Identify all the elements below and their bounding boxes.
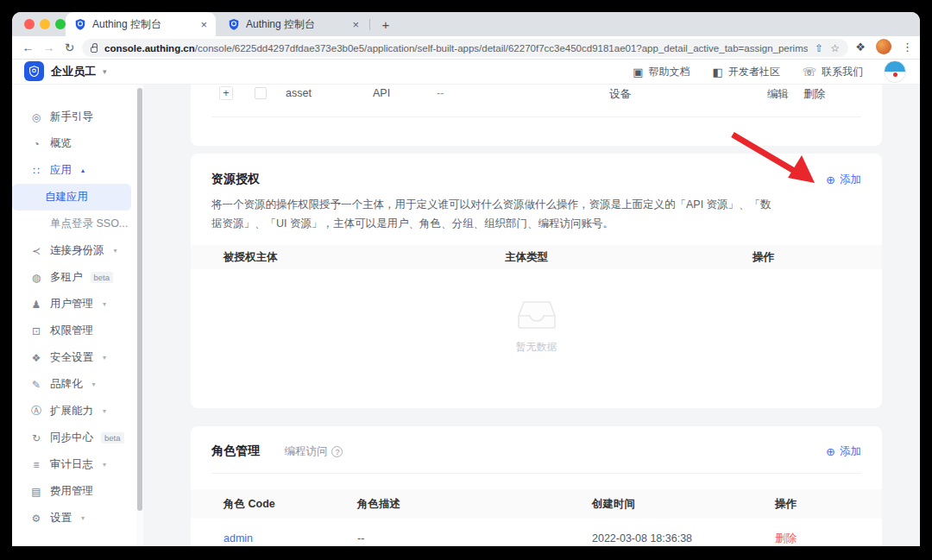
beta-badge: beta <box>101 432 124 444</box>
sidebar-item-overview[interactable]: ◔概览 <box>12 130 136 157</box>
tab-separator <box>369 19 370 30</box>
close-window-button[interactable] <box>24 19 35 29</box>
sidebar-item-user-management[interactable]: ♟用户管理▾ <box>12 291 136 318</box>
chevron-down-icon: ▾ <box>114 247 117 255</box>
main-content: + asset API -- 设备 编辑 删除 资源授权 将一个资源的操作权限授… <box>143 85 920 546</box>
users-icon: ♟ <box>30 299 42 311</box>
gear-icon: ⚙ <box>30 513 42 525</box>
column-header: 创建时间 <box>592 497 775 512</box>
sidebar-item-branding[interactable]: ✎品牌化▾ <box>12 371 136 398</box>
apps-grid-icon: ∷ <box>30 165 42 177</box>
reload-button[interactable]: ↻ <box>60 39 79 57</box>
help-docs-link[interactable]: ▣帮助文档 <box>633 65 690 79</box>
chevron-down-icon: ▾ <box>103 461 106 469</box>
browser-tab-inactive[interactable]: Authing 控制台 × <box>219 12 368 36</box>
tab-strip: Authing 控制台 × Authing 控制台 × + <box>12 12 920 36</box>
tab-close-icon[interactable]: × <box>352 18 359 31</box>
sidebar-item-label: 品牌化 <box>50 377 83 392</box>
lock-icon: ⊡ <box>30 325 42 337</box>
back-button[interactable]: ← <box>19 39 37 57</box>
delete-button[interactable]: 删除 <box>803 87 825 102</box>
new-tab-button[interactable]: + <box>376 16 395 35</box>
extensions-icon[interactable]: ❖ <box>855 41 866 53</box>
plus-circle-icon: ⊕ <box>826 173 835 186</box>
globe-icon: ◍ <box>30 272 42 284</box>
sidebar-item-label: 用户管理 <box>50 297 93 311</box>
sidebar-item-label: 概览 <box>50 136 72 151</box>
phone-icon: ☏ <box>803 66 816 79</box>
resource-type: API <box>373 87 390 99</box>
minimize-window-button[interactable] <box>40 19 50 29</box>
sidebar-item-identity-sources[interactable]: ≺连接身份源▾ <box>12 237 136 264</box>
share-icon[interactable]: ⇧ <box>815 42 823 54</box>
maximize-window-button[interactable] <box>55 19 66 29</box>
empty-inbox-icon <box>517 300 557 330</box>
contact-us-link[interactable]: ☏联系我们 <box>803 65 863 79</box>
sidebar-item-security[interactable]: ❖安全设置▾ <box>12 344 136 371</box>
browser-menu-icon[interactable]: ⋮ <box>902 41 913 53</box>
developer-community-link[interactable]: ◧开发者社区 <box>712 65 779 79</box>
url-domain: console.authing.cn <box>104 43 195 53</box>
sidebar-nav: ◎新手引导 ◔概览 ∷应用▴ 自建应用 单点登录 SSO... ≺连接身份源▾ … <box>12 85 136 546</box>
browser-toolbar: ← → ↻ console.authing.cn/console/6225dd4… <box>12 36 920 60</box>
help-question-icon[interactable]: ? <box>331 446 343 457</box>
tab-title: Authing 控制台 <box>246 17 346 32</box>
sidebar-item-sync-center[interactable]: ↻同步中心beta <box>12 425 136 451</box>
sidebar-item-billing[interactable]: ▤费用管理 <box>12 478 136 505</box>
column-header: 操作 <box>775 497 882 512</box>
sidebar-item-extensions[interactable]: Ⓐ扩展能力▾ <box>12 398 136 425</box>
resource-authorization-card: 资源授权 将一个资源的操作权限授予一个主体，用于定义谁可以对什么资源做什么操作，… <box>191 154 882 408</box>
sidebar-item-label: 多租户 <box>50 270 83 285</box>
share-nodes-icon: ≺ <box>30 245 42 257</box>
table-row: + asset API -- 设备 编辑 删除 <box>191 85 882 105</box>
chevron-down-icon: ▾ <box>103 354 106 362</box>
circle-a-icon: Ⓐ <box>30 404 42 418</box>
app-header: 企业员工 ▾ ▣帮助文档 ◧开发者社区 ☏联系我们 <box>12 60 920 85</box>
section-description: 将一个资源的操作权限授予一个主体，用于定义谁可以对什么资源做什么操作，资源是上面… <box>211 195 772 233</box>
sidebar-item-settings[interactable]: ⚙设置▾ <box>12 505 136 532</box>
sidebar-item-self-built-apps[interactable]: 自建应用 <box>12 184 131 211</box>
sidebar-item-guide[interactable]: ◎新手引导 <box>12 104 136 130</box>
role-created-time: 2022-03-08 18:36:38 <box>592 532 775 544</box>
add-button-label: 添加 <box>840 444 861 459</box>
role-management-card: 角色管理 编程访问 ? ⊕ 添加 角色 Code 角色描述 创建时间 操作 <box>191 426 882 546</box>
add-role-button[interactable]: ⊕ 添加 <box>826 444 861 459</box>
section-title: 资源授权 <box>211 172 260 187</box>
ssl-lock-icon <box>91 47 98 53</box>
forward-button[interactable]: → <box>40 39 58 57</box>
delete-role-button[interactable]: 删除 <box>775 532 797 544</box>
org-switcher[interactable]: 企业员工 ▾ <box>24 61 107 81</box>
resource-tag: 设备 <box>609 87 631 102</box>
sidebar-item-applications[interactable]: ∷应用▴ <box>12 157 136 184</box>
sidebar-item-label: 新手引导 <box>50 110 93 124</box>
user-avatar[interactable] <box>884 60 906 83</box>
bookmark-star-icon[interactable]: ☆ <box>830 42 840 54</box>
sidebar-scrollbar-thumb[interactable] <box>137 88 142 511</box>
sidebar-item-label: 审计日志 <box>50 457 93 472</box>
row-checkbox[interactable] <box>255 87 267 99</box>
sidebar-item-permissions[interactable]: ⊡权限管理 <box>12 318 136 344</box>
role-desc: -- <box>357 532 592 544</box>
sidebar-item-multi-tenant[interactable]: ◍多租户beta <box>12 264 136 291</box>
table-header: 被授权主体 主体类型 操作 <box>191 245 882 269</box>
role-code-link[interactable]: admin <box>224 532 253 544</box>
address-bar[interactable]: console.authing.cn/console/6225dd4297dfd… <box>82 39 848 57</box>
add-authorization-button[interactable]: ⊕ 添加 <box>826 173 861 187</box>
org-name: 企业员工 <box>51 64 96 79</box>
resource-name-link[interactable]: asset <box>286 87 312 99</box>
browser-profile-avatar[interactable] <box>876 39 891 54</box>
chat-icon: ◧ <box>712 66 722 79</box>
sidebar-item-label: 设置 <box>50 511 72 525</box>
edit-button[interactable]: 编辑 <box>767 87 789 102</box>
expand-row-icon[interactable]: + <box>219 86 233 100</box>
sidebar-item-audit-log[interactable]: ≡审计日志▾ <box>12 451 136 478</box>
subtitle-text: 编程访问 <box>284 444 327 459</box>
tab-close-icon[interactable]: × <box>200 18 207 31</box>
url-path: /console/6225dd4297dfdae373e3b0e5/applic… <box>195 43 808 53</box>
browser-tab-active[interactable]: Authing 控制台 × <box>66 12 216 36</box>
divider <box>211 116 861 117</box>
authing-favicon-icon <box>74 18 86 30</box>
sidebar-item-sso[interactable]: 单点登录 SSO... <box>12 211 136 237</box>
sidebar-item-label: 权限管理 <box>50 324 93 338</box>
compass-icon: ◎ <box>30 111 42 123</box>
